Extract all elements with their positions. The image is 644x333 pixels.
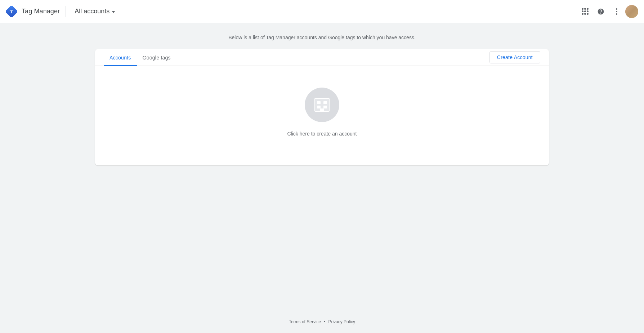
- more-options-icon: [616, 8, 617, 15]
- card-header: Accounts Google tags Create Account: [95, 49, 549, 66]
- empty-state-icon-circle: [305, 88, 339, 122]
- svg-rect-5: [323, 101, 327, 104]
- svg-text:T: T: [10, 9, 13, 14]
- avatar-image: [625, 5, 638, 18]
- create-account-button[interactable]: Create Account: [489, 51, 540, 63]
- account-selector-label: All accounts: [75, 8, 109, 15]
- privacy-policy-link[interactable]: Privacy Policy: [328, 319, 355, 324]
- apps-button[interactable]: [578, 4, 592, 19]
- header-logo: T Tag Manager: [6, 6, 60, 17]
- terms-of-service-link[interactable]: Terms of Service: [289, 319, 321, 324]
- apps-grid-icon: [582, 8, 589, 15]
- svg-rect-4: [317, 101, 321, 104]
- subtitle-text: Below is a list of Tag Manager accounts …: [228, 35, 416, 40]
- main-content: Below is a list of Tag Manager accounts …: [0, 23, 644, 177]
- chevron-down-icon: [112, 11, 115, 13]
- accounts-card: Accounts Google tags Create Account: [95, 49, 549, 165]
- tabs-container: Accounts Google tags: [104, 49, 176, 66]
- header-divider: [66, 6, 66, 17]
- svg-rect-6: [317, 106, 321, 108]
- help-button[interactable]: [594, 4, 608, 19]
- empty-state-text: Click here to create an account: [287, 131, 357, 137]
- app-header: T Tag Manager All accounts: [0, 0, 644, 23]
- account-selector[interactable]: All accounts: [72, 5, 118, 17]
- page-footer: Terms of Service • Privacy Policy: [0, 319, 644, 324]
- more-options-button[interactable]: [609, 4, 624, 19]
- footer-separator: •: [324, 319, 325, 324]
- header-actions: [578, 4, 638, 19]
- tab-google-tags[interactable]: Google tags: [137, 49, 176, 66]
- empty-state[interactable]: Click here to create an account: [95, 66, 549, 165]
- svg-rect-7: [323, 106, 327, 108]
- user-avatar[interactable]: [625, 5, 638, 18]
- app-name-label: Tag Manager: [22, 8, 60, 15]
- help-icon: [597, 8, 604, 15]
- gtm-logo-icon: T: [6, 6, 17, 17]
- svg-rect-8: [320, 108, 324, 111]
- tab-accounts[interactable]: Accounts: [104, 49, 137, 66]
- accounts-empty-icon: [313, 96, 331, 114]
